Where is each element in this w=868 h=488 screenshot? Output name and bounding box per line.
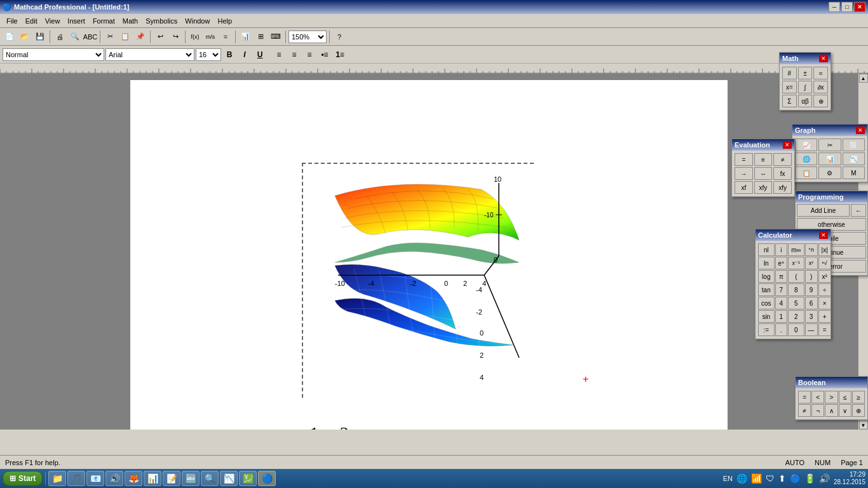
eval-btn-xfy2[interactable]: xfy [773,181,792,194]
calc-div[interactable]: ÷ [818,283,831,296]
menu-help[interactable]: Help [214,16,236,26]
menu-edit[interactable]: Edit [22,16,41,26]
help-button[interactable]: ? [332,30,346,44]
taskbar-vb[interactable]: 💹 [239,471,257,486]
math-panel-close[interactable]: ✕ [819,55,828,62]
bool-gt[interactable]: > [825,391,837,403]
calc-x2[interactable]: x² [818,270,831,283]
calc-add[interactable]: + [818,310,831,323]
insert-ref-button[interactable]: f(x) [188,30,202,44]
eval-btn-dbarrow[interactable]: ↔ [754,167,773,180]
calc-neg[interactable]: — [805,323,818,336]
eval-panel-header[interactable]: Evaluation ✕ [732,139,794,151]
copy-button[interactable]: 📋 [118,30,132,44]
insert-unit-button[interactable]: m/s [203,30,217,44]
calc-abs[interactable]: |x| [818,243,831,256]
calc-6[interactable]: 6 [805,297,818,309]
undo-button[interactable]: ↩ [153,30,167,44]
menu-format[interactable]: Format [89,16,119,26]
calc-2[interactable]: 2 [788,310,804,323]
menu-insert[interactable]: Insert [64,16,89,26]
taskbar-text[interactable]: 🔤 [182,471,200,486]
taskbar-mathcad[interactable]: 🔵 [258,471,276,486]
calc-minf[interactable]: m∞ [788,243,804,256]
insert-plot-button[interactable]: 📊 [238,30,252,44]
align-left-button[interactable]: ≡ [272,48,286,62]
bool-gte[interactable]: ≥ [852,391,865,403]
calc-pi[interactable]: π [775,270,788,283]
taskbar-firefox[interactable]: 🦊 [125,471,142,486]
taskbar-presentation[interactable]: 📊 [144,471,161,486]
bool-lt[interactable]: < [811,391,824,403]
zoom-select[interactable]: 150% 100% 75% [288,30,327,43]
taskbar-word[interactable]: 📝 [163,471,180,486]
graph-panel-header[interactable]: Graph ✕ [792,125,867,136]
calc-1[interactable]: 1 [775,310,788,323]
bullet-button[interactable]: •≡ [318,48,332,62]
calc-xn[interactable]: ˣn [805,243,818,256]
style-select[interactable]: Normal [3,48,104,61]
graph-btn-6[interactable]: 📉 [843,152,865,165]
graph-btn-2[interactable]: ✂ [818,139,841,151]
scroll-down-button[interactable]: ▼ [859,421,868,430]
calc-0[interactable]: 0 [788,323,804,336]
bool-lte[interactable]: ≤ [839,391,851,403]
calc-nrt[interactable]: ⁿ√ [818,257,831,269]
taskbar-search[interactable]: 🔍 [201,471,219,486]
calc-mul[interactable]: × [818,297,831,309]
eval-btn-fx[interactable]: fx [773,167,792,180]
calc-9[interactable]: 9 [805,283,818,296]
maximize-button[interactable]: □ [841,2,853,12]
calc-ex[interactable]: eˣ [775,257,788,269]
calc-rparen[interactable]: ) [805,270,818,283]
paste-button[interactable]: 📌 [133,30,147,44]
cut-button[interactable]: ✂ [103,30,117,44]
font-select[interactable]: Arial [105,48,194,61]
save-button[interactable]: 💾 [33,30,47,44]
math-btn-bool[interactable]: Σ [782,95,797,107]
bool-panel-header[interactable]: Boolean [796,377,867,388]
print-button[interactable]: 🖨 [53,30,67,44]
math-btn-calc[interactable]: # [782,67,797,79]
calc-assign[interactable]: := [758,323,775,336]
menu-symbolics[interactable]: Symbolics [142,16,181,26]
math-btn-extra[interactable]: ⊕ [813,95,828,107]
math-panel-header[interactable]: Math ✕ [780,53,831,64]
eval-btn-xfy[interactable]: xfy [754,181,773,194]
taskbar-volume[interactable]: 🔊 [105,471,123,486]
math-btn-eval[interactable]: x= [782,81,797,93]
eval-btn-arrow[interactable]: → [735,167,753,180]
prog-arrow-button[interactable]: ← [851,204,866,217]
eval-btn-eq[interactable]: = [735,153,753,166]
math-btn-prog[interactable]: ∂x [813,81,828,93]
calc-7[interactable]: 7 [775,283,788,296]
taskbar-email[interactable]: 📧 [86,471,104,486]
calc-i[interactable]: i [775,243,788,256]
menu-window[interactable]: Window [181,16,214,26]
insert-program-button[interactable]: ⌨ [269,30,283,44]
add-line-button[interactable]: Add Line [797,204,850,217]
bool-eq[interactable]: = [798,391,811,403]
eval-button[interactable]: = [219,30,233,44]
size-select[interactable]: 16 [196,48,221,61]
minimize-button[interactable]: ─ [829,2,840,12]
calc-eq[interactable]: = [818,323,831,336]
bool-not[interactable]: ¬ [811,404,824,417]
graph-btn-4[interactable]: 🌐 [795,152,817,165]
3d-plot[interactable]: 10 0 4 2 0 -2 -4 -10 -4 -2 0 2 4 [302,163,534,398]
calc-4[interactable]: 4 [775,297,788,309]
calc-xinv[interactable]: x⁻¹ [788,257,804,269]
graph-btn-5[interactable]: 📊 [818,152,841,165]
math-btn-calc2[interactable]: ∫ [798,81,813,93]
open-button[interactable]: 📂 [18,30,32,44]
calc-xy[interactable]: xʸ [805,257,818,269]
calc-panel-close[interactable]: ✕ [819,231,828,239]
taskbar-excel[interactable]: 📉 [220,471,238,486]
graph-btn-M[interactable]: M [843,166,865,179]
taskbar-explorer[interactable]: 📁 [48,471,66,486]
calc-panel-header[interactable]: Calculator ✕ [756,229,831,241]
scroll-up-button[interactable]: ▲ [859,74,868,83]
document-area[interactable]: 10 0 4 2 0 -2 -4 -10 -4 -2 0 2 4 [0,74,858,430]
redo-button[interactable]: ↪ [168,30,182,44]
underline-button[interactable]: U [253,48,267,62]
